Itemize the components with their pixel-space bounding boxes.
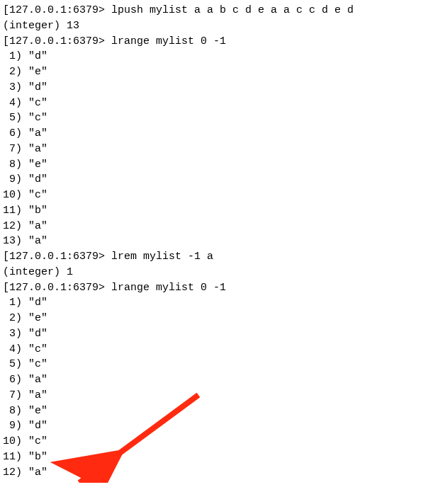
prompt: [127.0.0.1:6379> [3, 35, 111, 47]
output-line: 9) "d" [3, 418, 420, 434]
output-line: 7) "a" [3, 142, 420, 157]
output-line: 1) "d" [3, 49, 420, 64]
output-line: 10) "c" [3, 188, 420, 203]
prompt: [127.0.0.1:6379> [3, 4, 111, 16]
output-line: 10) "c" [3, 434, 420, 449]
output-line: 7) "a" [3, 388, 420, 403]
output-line: 3) "d" [3, 326, 420, 342]
command-text: lrem mylist -1 a [111, 251, 213, 263]
output-line: 3) "d" [3, 80, 420, 96]
output-line: 5) "c" [3, 357, 420, 372]
output-line: (integer) 13 [3, 18, 420, 34]
command-text: lrange mylist 0 -1 [111, 282, 226, 294]
output-line: 2) "e" [3, 311, 420, 326]
output-line: 1) "d" [3, 295, 420, 311]
prompt: [127.0.0.1:6379> [3, 282, 111, 294]
command-line: [127.0.0.1:6379> lpush mylist a a b c d … [3, 3, 420, 18]
terminal-output: [127.0.0.1:6379> lpush mylist a a b c d … [3, 3, 420, 480]
output-line: 5) "c" [3, 110, 420, 126]
output-line: 12) "a" [3, 219, 420, 234]
command-text: lpush mylist a a b c d e a a c c d e d [111, 4, 354, 16]
output-line: (integer) 1 [3, 265, 420, 280]
output-line: 13) "a" [3, 234, 420, 249]
output-line: 12) "a" [3, 465, 420, 481]
output-line: 4) "c" [3, 96, 420, 111]
output-line: 4) "c" [3, 342, 420, 357]
command-line: [127.0.0.1:6379> lrange mylist 0 -1 [3, 280, 420, 296]
command-text: lrange mylist 0 -1 [111, 35, 226, 47]
output-line: 9) "d" [3, 172, 420, 188]
command-line: [127.0.0.1:6379> lrange mylist 0 -1 [3, 34, 420, 50]
output-line: 8) "e" [3, 403, 420, 419]
output-line: 11) "b" [3, 449, 420, 465]
output-line: 6) "a" [3, 372, 420, 388]
output-line: 6) "a" [3, 126, 420, 142]
prompt: [127.0.0.1:6379> [3, 251, 111, 263]
command-line: [127.0.0.1:6379> lrem mylist -1 a [3, 249, 420, 265]
output-line: 8) "e" [3, 157, 420, 173]
output-line: 2) "e" [3, 64, 420, 80]
output-line: 11) "b" [3, 203, 420, 219]
